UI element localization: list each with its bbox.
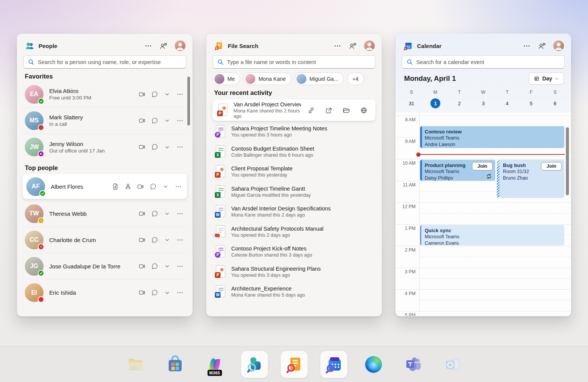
taskbar-teams[interactable] (400, 351, 427, 378)
filter-chip-more[interactable]: +4 (347, 72, 364, 85)
date-cell[interactable]: 31 (400, 98, 424, 108)
file-row[interactable]: W Architecture_Experience Mona Kane shar… (213, 282, 375, 302)
scrollbar[interactable] (566, 127, 569, 195)
more-options-icon[interactable] (175, 209, 185, 218)
more-options-icon[interactable] (175, 288, 185, 297)
calendar-search-box[interactable] (402, 55, 565, 69)
user-avatar[interactable] (175, 40, 185, 51)
event-contoso-review[interactable]: Contoso review Microsoft Teams Andre Law… (420, 126, 564, 148)
chat-icon[interactable] (150, 116, 159, 125)
chat-icon[interactable] (148, 182, 158, 191)
date-cell[interactable]: 6 (543, 98, 567, 108)
file-row[interactable]: P Client Proposal Template You opened th… (213, 162, 375, 182)
file-row[interactable]: W Van Arsdel Interior Design Specificati… (213, 202, 375, 222)
more-options-icon[interactable] (175, 235, 185, 244)
filter-chip-miguel[interactable]: Miguel Ga... (295, 72, 343, 85)
feedback-icon[interactable] (349, 42, 357, 50)
chat-icon[interactable] (150, 209, 159, 218)
person-row-selected[interactable]: AF Albert Flores (23, 174, 187, 199)
taskbar-edge[interactable] (360, 351, 387, 378)
more-options-icon[interactable] (175, 116, 185, 125)
person-row[interactable]: TW Theresa Webb (23, 201, 187, 227)
date-cell[interactable]: 4 (495, 98, 519, 108)
video-call-icon[interactable] (137, 209, 147, 218)
date-cell[interactable]: 2 (447, 98, 471, 108)
more-options-icon[interactable] (173, 182, 183, 191)
taskbar-microsoft-store[interactable] (161, 351, 189, 378)
chat-icon[interactable] (150, 235, 159, 244)
people-search-input[interactable] (38, 59, 182, 65)
chevron-down-icon[interactable] (162, 143, 172, 152)
scrollbar[interactable] (187, 77, 190, 125)
person-row[interactable]: EA Elvia Atkins Free until 3:00 PM (23, 81, 187, 108)
taskbar-m365-copilot[interactable]: M365 (201, 351, 229, 378)
chat-icon[interactable] (150, 90, 159, 99)
join-button[interactable]: Join (472, 162, 493, 170)
file-row[interactable]: P Contoso Project Kick-off Notes Celeste… (213, 242, 375, 262)
filter-chip-mona-kane[interactable]: Mona Kane (243, 72, 291, 85)
people-search-box[interactable] (23, 55, 186, 69)
more-options-icon[interactable] (175, 143, 185, 152)
file-row[interactable]: P Sahara Structural Engineering Plans Yo… (213, 262, 375, 282)
event-bug-bush[interactable]: Bug bush Room 31/32 Bruno Zhao Join (497, 160, 564, 198)
chevron-down-icon[interactable] (162, 209, 172, 218)
chevron-down-icon[interactable] (162, 116, 172, 125)
person-row[interactable]: JW Jenny Wilson Out of office until 17 J… (23, 134, 187, 160)
share-icon[interactable] (324, 106, 333, 115)
event-quick-sync[interactable]: Quick sync Microsoft Teams Cameron Evans (420, 225, 564, 246)
video-call-icon[interactable] (135, 182, 145, 191)
chat-icon[interactable] (150, 288, 159, 297)
chat-icon[interactable] (150, 143, 159, 152)
file-row-selected[interactable]: P Van Arsdel Project Overview... Mona Ka… (213, 100, 375, 121)
chevron-down-icon[interactable] (162, 262, 172, 271)
more-options-icon[interactable] (523, 42, 531, 50)
video-call-icon[interactable] (137, 288, 147, 297)
event-product-planning[interactable]: Product planning Microsoft Teams Daisy P… (420, 160, 495, 181)
video-call-icon[interactable] (137, 116, 147, 125)
chevron-down-icon[interactable] (162, 288, 172, 297)
chevron-down-icon[interactable] (161, 182, 171, 191)
person-row[interactable]: EI Eric Ishida (23, 279, 187, 306)
chat-icon[interactable] (150, 262, 159, 271)
org-chart-icon[interactable] (123, 182, 133, 191)
taskbar-file-search-active[interactable] (280, 351, 308, 378)
date-cell[interactable]: 3 (471, 98, 495, 108)
view-selector-button[interactable]: Day (529, 72, 564, 85)
user-avatar[interactable] (364, 40, 375, 51)
open-folder-icon[interactable] (341, 106, 351, 115)
open-in-browser-globe-icon[interactable] (359, 106, 369, 115)
taskbar-file-explorer[interactable] (122, 351, 149, 378)
person-row[interactable]: JG Jose Guadalupe De la Torre (23, 253, 187, 279)
person-row[interactable]: CC Charlotte de Crum (23, 227, 187, 253)
user-avatar[interactable] (553, 40, 564, 51)
filter-chip-me[interactable]: Me (213, 72, 240, 85)
video-call-icon[interactable] (137, 143, 147, 152)
date-cell-selected[interactable]: 1 (424, 98, 448, 108)
join-button[interactable]: Join (541, 162, 562, 170)
document-icon[interactable] (110, 182, 120, 191)
file-row[interactable]: P Sahara Project Timeline Meeting Notes … (213, 122, 375, 142)
video-call-icon[interactable] (137, 90, 147, 99)
more-options-icon[interactable] (175, 90, 185, 99)
file-row[interactable]: X Sahara Project Timeline Gantt Miguel G… (213, 182, 375, 202)
file-search-box[interactable] (213, 55, 375, 69)
more-options-icon[interactable] (333, 42, 342, 50)
day-grid[interactable]: 8 AM 9 AM 10 AM 11 AM 12 PM 1 PM 2 PM 3 … (396, 112, 571, 316)
file-row[interactable]: X Contoso Budget Estimation Sheet Colin … (213, 142, 375, 162)
feedback-icon[interactable] (538, 42, 546, 50)
file-search-input[interactable] (227, 59, 371, 65)
feedback-icon[interactable] (159, 42, 168, 50)
taskbar-people-search-active[interactable] (241, 351, 268, 378)
video-call-icon[interactable] (137, 262, 147, 271)
more-options-icon[interactable] (144, 42, 152, 50)
person-row[interactable]: MS Mark Slattery In a call (23, 108, 187, 134)
taskbar-calendar-search-active[interactable] (320, 351, 348, 378)
calendar-search-input[interactable] (416, 59, 560, 65)
chevron-down-icon[interactable] (162, 235, 172, 244)
file-row[interactable]: Architectural Safety Protocols Manual Yo… (213, 222, 375, 242)
more-options-icon[interactable] (175, 262, 185, 271)
taskbar-outlook[interactable] (439, 351, 467, 378)
copy-link-icon[interactable] (306, 106, 316, 115)
video-call-icon[interactable] (137, 235, 147, 244)
chevron-down-icon[interactable] (162, 90, 172, 99)
